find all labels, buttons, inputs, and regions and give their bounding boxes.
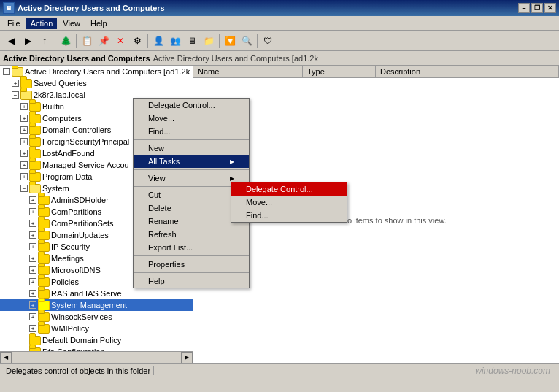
menu-view[interactable]: View	[58, 18, 85, 29]
tree-node-label-root: Active Directory Users and Computers [ad…	[25, 67, 190, 76]
find-button[interactable]: 🔍	[239, 33, 255, 49]
title-bar-buttons[interactable]: – ❐ ✕	[518, 3, 556, 13]
folder-icon-wmi	[38, 323, 50, 334]
menu-bar: File Action View Help	[0, 16, 559, 31]
back-button[interactable]: ◀	[3, 33, 19, 49]
col-type[interactable]: Type	[303, 66, 376, 77]
copy-button[interactable]: 📋	[79, 33, 95, 49]
menu-help[interactable]: Help	[86, 18, 112, 29]
expand-system[interactable]: −	[20, 185, 28, 192]
menu-file[interactable]: File	[3, 18, 25, 29]
expand-sys-mgmt[interactable]: +	[29, 301, 36, 309]
create-ou-button[interactable]: 📁	[201, 33, 217, 49]
expand-program-data[interactable]: +	[20, 173, 28, 180]
ctx-properties[interactable]: Properties	[134, 258, 249, 271]
ctx-delegate-control[interactable]: Delegate Control...	[134, 99, 249, 112]
expand-root[interactable]: −	[3, 68, 10, 75]
expand-domain-updates[interactable]: +	[29, 231, 36, 239]
folder-icon-winsock	[38, 312, 50, 322]
ctx-refresh[interactable]: Refresh	[134, 228, 249, 241]
create-computer-button[interactable]: 🖥	[184, 33, 200, 49]
properties-button[interactable]: ⚙	[129, 33, 145, 49]
sub-ctx-move[interactable]: Move...	[231, 196, 347, 209]
delegate-button[interactable]: 🛡	[260, 33, 276, 49]
scroll-right-btn[interactable]: ▶	[181, 352, 193, 364]
toolbar: ◀ ▶ ↑ 🌲 📋 📌 ✕ ⚙ 👤 👥 🖥 📁 🔽 🔍 🛡	[0, 31, 559, 51]
paste-button[interactable]: 📌	[96, 33, 112, 49]
ctx-sep-5	[134, 272, 249, 273]
expand-domain[interactable]: −	[12, 91, 19, 99]
expand-winsock[interactable]: +	[29, 313, 36, 320]
status-message: Delegates control of objects in this fol…	[3, 366, 154, 375]
app-icon: 🖥	[3, 2, 15, 14]
address-label: Active Directory Users and Computers	[3, 54, 150, 63]
expand-ip-security[interactable]: +	[29, 243, 36, 250]
sub-ctx-find[interactable]: Find...	[231, 209, 347, 222]
expand-policies[interactable]: +	[29, 278, 36, 285]
expand-com-parts[interactable]: +	[29, 208, 36, 215]
folder-icon-managed	[29, 160, 41, 170]
toolbar-sep-3	[147, 34, 148, 48]
create-user-button[interactable]: 👤	[150, 33, 166, 49]
scroll-track[interactable]	[12, 352, 181, 364]
up-button[interactable]: ↑	[36, 33, 53, 49]
create-group-button[interactable]: 👥	[167, 33, 183, 49]
toolbar-sep-1	[55, 34, 55, 48]
folder-icon-ms-dns	[38, 265, 50, 275]
tree-node-label-policies: Policies	[51, 277, 79, 286]
tree-node-saved-queries[interactable]: + Saved Queries	[0, 77, 193, 89]
tree-node-label-ip-security: IP Security	[51, 242, 90, 251]
tree-node-label-ddp: Default Domain Policy	[42, 336, 121, 345]
address-value: Active Directory Users and Computers [ad…	[153, 54, 318, 63]
folder-icon-domain-updates	[38, 230, 50, 240]
expand-ras-ias[interactable]: +	[29, 290, 36, 297]
expand-admin-sd[interactable]: +	[29, 196, 36, 204]
ctx-find[interactable]: Find...	[134, 125, 249, 138]
expand-com-part-sets[interactable]: +	[29, 220, 36, 227]
restore-button[interactable]: ❐	[531, 3, 543, 13]
tree-node-root[interactable]: − Active Directory Users and Computers […	[0, 66, 193, 77]
forward-button[interactable]: ▶	[20, 33, 36, 49]
ctx-new[interactable]: New	[134, 142, 249, 155]
folder-icon-foreign	[29, 137, 41, 147]
minimize-button[interactable]: –	[518, 3, 530, 13]
sub-ctx-delegate-control[interactable]: Delegate Control...	[231, 182, 347, 196]
sub-context-menu: Delegate Control... Move... Find...	[231, 182, 347, 223]
address-bar: Active Directory Users and Computers Act…	[0, 51, 559, 66]
folder-icon-meetings	[38, 253, 50, 264]
ctx-help[interactable]: Help	[134, 274, 249, 288]
folder-icon-com-part-sets	[38, 218, 50, 228]
expand-dc[interactable]: +	[20, 126, 28, 134]
close-button[interactable]: ✕	[544, 3, 556, 13]
ctx-all-tasks[interactable]: All Tasks	[134, 155, 249, 168]
expand-ms-dns[interactable]: +	[29, 266, 36, 274]
tree-node-label-builtin: Builtin	[42, 102, 64, 111]
expand-computers[interactable]: +	[20, 115, 28, 122]
tree-node-label-program-data: Program Data	[42, 172, 92, 181]
tree-node-sys-mgmt[interactable]: + System Management	[0, 299, 193, 311]
show-tree-button[interactable]: 🌲	[58, 33, 74, 49]
filter-button[interactable]: 🔽	[222, 33, 238, 49]
expand-wmi[interactable]: +	[29, 325, 36, 332]
folder-icon-root	[12, 66, 23, 77]
expand-saved-queries[interactable]: +	[12, 80, 19, 87]
tree-node-winsock[interactable]: + WinsockServices	[0, 311, 193, 323]
tree-node-label-domain-updates: DomainUpdates	[51, 231, 109, 239]
col-desc[interactable]: Description	[376, 66, 559, 77]
col-name[interactable]: Name	[193, 66, 303, 77]
scroll-left-btn[interactable]: ◀	[0, 352, 12, 364]
folder-icon-computers	[29, 113, 41, 123]
ctx-export-list[interactable]: Export List...	[134, 241, 249, 254]
h-scrollbar[interactable]: ◀ ▶	[0, 351, 193, 363]
folder-icon-sys-mgmt	[38, 300, 50, 310]
expand-foreign[interactable]: +	[20, 138, 28, 145]
expand-managed[interactable]: +	[20, 161, 28, 169]
folder-icon-dc	[29, 125, 41, 135]
menu-action[interactable]: Action	[26, 18, 58, 29]
ctx-move[interactable]: Move...	[134, 112, 249, 125]
tree-node-ras-ias[interactable]: + RAS and IAS Serve	[0, 288, 193, 299]
expand-lost[interactable]: +	[20, 150, 28, 157]
expand-meetings[interactable]: +	[29, 255, 36, 262]
expand-builtin[interactable]: +	[20, 103, 28, 110]
delete-button[interactable]: ✕	[112, 33, 128, 49]
